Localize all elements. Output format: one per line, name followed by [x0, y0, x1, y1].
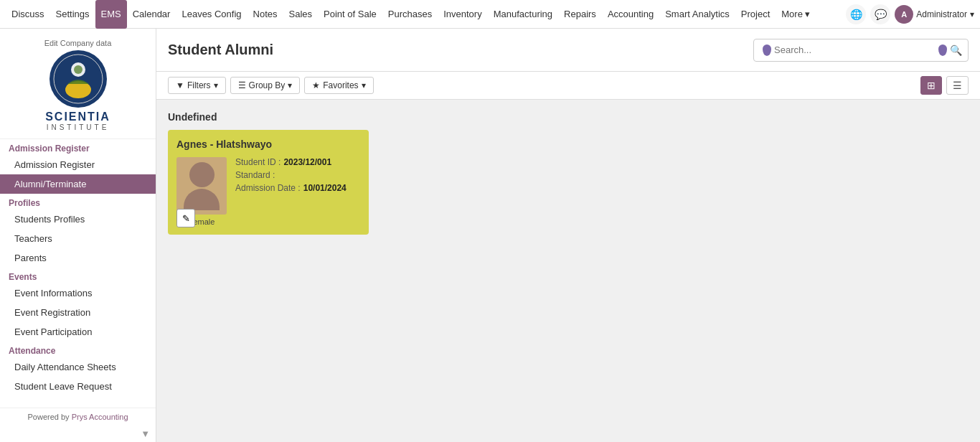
nav-calendar[interactable]: Calendar [127, 0, 176, 29]
card-info: Student ID : 2023/12/001 Standard : Admi… [235, 157, 360, 226]
edit-icon: ✎ [182, 213, 190, 224]
user-menu[interactable]: A Administrator ▾ [895, 5, 974, 24]
user-dropdown-icon: ▾ [970, 9, 974, 19]
section-admission-register: Admission Register [0, 139, 156, 155]
nav-manufacturing[interactable]: Manufacturing [488, 0, 558, 29]
sidebar-item-daily-attendance[interactable]: Daily Attendance Sheets [0, 357, 156, 377]
grid-view-button[interactable]: ⊞ [920, 76, 942, 95]
favorites-label: Favorites [323, 80, 358, 90]
logo-text: SCIENTIA [45, 110, 110, 123]
logo-area: Edit Company data SCIENTIA INSTITUTE [0, 29, 156, 139]
section-events: Events [0, 268, 156, 283]
sidebar-item-event-informations[interactable]: Event Informations [0, 283, 156, 303]
top-navigation: Discuss Settings EMS Calendar Leaves Con… [0, 0, 980, 29]
search-bar: 🔍 [753, 39, 969, 62]
toolbar: ▼ Filters ▾ ☰ Group By ▾ ★ Favorites ▾ ⊞… [156, 72, 980, 100]
sidebar: Edit Company data SCIENTIA INSTITUTE Adm… [0, 29, 156, 442]
sidebar-item-alumni-terminate[interactable]: Alumni/Terminate [0, 174, 156, 194]
standard-row: Standard : [235, 170, 360, 180]
nav-more[interactable]: More ▾ [776, 0, 816, 29]
content-header: Student Alumni 🔍 [156, 29, 980, 72]
list-view-button[interactable]: ☰ [946, 76, 969, 95]
groupby-icon: ☰ [238, 80, 246, 90]
filters-chevron: ▾ [214, 80, 218, 90]
card-edit-button[interactable]: ✎ [176, 209, 195, 227]
standard-label: Standard : [235, 170, 275, 180]
admission-date-label: Admission Date : [235, 183, 301, 193]
groupby-chevron: ▾ [288, 80, 292, 90]
search-input[interactable] [774, 44, 936, 55]
nav-smart-analytics[interactable]: Smart Analytics [659, 0, 735, 29]
sidebar-item-student-leave-request[interactable]: Student Leave Request [0, 377, 156, 396]
group-by-button[interactable]: ☰ Group By ▾ [230, 77, 301, 94]
student-id-value: 2023/12/001 [283, 157, 331, 167]
search-drop-right [938, 44, 947, 56]
section-profiles: Profiles [0, 194, 156, 210]
search-drop-left [763, 44, 771, 56]
nav-project[interactable]: Project [735, 0, 776, 29]
chat-icon[interactable]: 💬 [870, 4, 890, 24]
prys-link[interactable]: Prys Accounting [72, 413, 128, 421]
nav-settings[interactable]: Settings [50, 0, 95, 29]
content-area: Student Alumni 🔍 ▼ Filters ▾ ☰ Group By … [156, 29, 980, 442]
sidebar-item-event-registration[interactable]: Event Registration [0, 303, 156, 322]
favorites-button[interactable]: ★ Favorites ▾ [304, 77, 373, 94]
student-id-label: Student ID : [235, 157, 281, 167]
logo-svg [53, 54, 103, 104]
main-layout: Edit Company data SCIENTIA INSTITUTE Adm… [0, 29, 980, 442]
nav-right-area: 🌐 💬 A Administrator ▾ [846, 4, 974, 24]
nav-discuss[interactable]: Discuss [6, 0, 50, 29]
svg-point-3 [74, 65, 83, 74]
sidebar-item-teachers[interactable]: Teachers [0, 229, 156, 248]
avatar: A [895, 5, 913, 24]
nav-accounting[interactable]: Accounting [602, 0, 659, 29]
nav-purchases[interactable]: Purchases [382, 0, 438, 29]
edit-company-button[interactable]: Edit Company data [42, 36, 115, 50]
favorites-chevron: ▾ [362, 80, 366, 90]
nav-sales[interactable]: Sales [283, 0, 319, 29]
filter-icon: ▼ [176, 80, 184, 90]
student-id-row: Student ID : 2023/12/001 [235, 157, 360, 167]
admission-date-value: 10/01/2024 [303, 183, 347, 193]
section-attendance: Attendance [0, 342, 156, 357]
card-student-name: Agnes - Hlatshwayo [176, 138, 360, 150]
logo-circle [50, 50, 107, 108]
sidebar-item-students-profiles[interactable]: Students Profiles [0, 210, 156, 229]
search-button[interactable]: 🔍 [950, 44, 962, 56]
student-card[interactable]: Agnes - Hlatshwayo Female Student ID : [168, 130, 369, 235]
star-icon: ★ [312, 80, 320, 90]
admission-date-row: Admission Date : 10/01/2024 [235, 183, 360, 193]
nav-repairs[interactable]: Repairs [558, 0, 602, 29]
avatar-body [184, 189, 220, 210]
nav-point-of-sale[interactable]: Point of Sale [318, 0, 382, 29]
filters-button[interactable]: ▼ Filters ▾ [168, 77, 226, 94]
page-title: Student Alumni [168, 42, 753, 58]
nav-inventory[interactable]: Inventory [438, 0, 487, 29]
content-body: Undefined Agnes - Hlatshwayo Female [156, 100, 980, 442]
nav-leaves-config[interactable]: Leaves Config [176, 0, 247, 29]
card-photo [176, 157, 227, 215]
avatar-head [189, 162, 215, 187]
filters-label: Filters [187, 80, 211, 90]
sidebar-item-admission-register[interactable]: Admission Register [0, 155, 156, 174]
user-name: Administrator [916, 9, 967, 19]
card-body: Female Student ID : 2023/12/001 Standard… [176, 157, 360, 226]
sidebar-item-parents[interactable]: Parents [0, 248, 156, 268]
powered-by: Powered by Prys Accounting [0, 408, 156, 425]
logo-sub: INSTITUTE [47, 123, 110, 131]
sidebar-scroll-down[interactable]: ▼ [141, 428, 150, 439]
sidebar-item-event-participation[interactable]: Event Participation [0, 322, 156, 342]
nav-ems[interactable]: EMS [95, 0, 127, 29]
nav-notes[interactable]: Notes [248, 0, 283, 29]
group-label: Undefined [168, 111, 969, 123]
globe-icon[interactable]: 🌐 [846, 4, 866, 24]
group-by-label: Group By [249, 80, 286, 90]
card-grid: Agnes - Hlatshwayo Female Student ID : [168, 130, 969, 235]
